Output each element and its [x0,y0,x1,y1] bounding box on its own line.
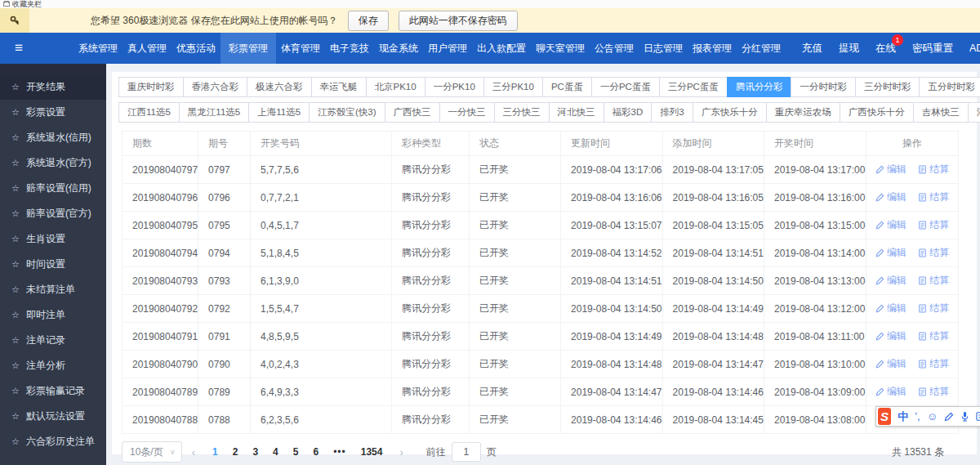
nav-item-7[interactable]: 现金系统 [374,33,423,64]
edit-button[interactable]: 编辑 [875,218,906,232]
nav-item-14[interactable]: 分红管理 [737,33,786,64]
edit-button[interactable]: 编辑 [875,302,906,315]
settle-button[interactable]: 结算 [918,385,949,399]
sidebar-item-8[interactable]: ☆时间设置 [0,252,106,277]
nav-item-1[interactable]: 系统管理 [74,33,122,64]
tab-江西11选5[interactable]: 江西11选5 [118,102,180,123]
page-button-last[interactable]: 1354 [361,446,383,458]
sidebar-item-4[interactable]: ☆系统退水(官方) [0,150,106,176]
never-save-button[interactable]: 此网站一律不保存密码 [399,11,518,31]
nav-item-8[interactable]: 用户管理 [423,33,472,64]
tab-福彩3D[interactable]: 福彩3D [604,102,653,123]
sidebar-item-14[interactable]: ☆默认玩法设置 [0,404,106,429]
settle-button[interactable]: 结算 [918,329,949,343]
sogou-logo-icon[interactable]: S [878,408,891,425]
sidebar-item-3[interactable]: ☆系统退水(信用) [0,125,106,150]
tab-腾讯分分彩[interactable]: 腾讯分分彩 [727,77,792,97]
emoji-icon[interactable]: ☺ [927,410,938,423]
tab-极速六合彩[interactable]: 极速六合彩 [247,77,312,97]
page-button-6[interactable]: 6 [313,446,318,458]
tab-三分PK10[interactable]: 三分PK10 [483,77,543,97]
tab-幸运飞艇[interactable]: 幸运飞艇 [311,77,367,97]
sidebar-item-7[interactable]: ☆生肖设置 [0,226,106,252]
tab-广东快乐十分[interactable]: 广东快乐十分 [693,102,767,123]
nav-item-5[interactable]: 体育管理 [276,33,325,64]
sidebar-item-2[interactable]: ☆彩票设置 [0,100,106,125]
hamburger-icon[interactable]: ≡ [15,33,23,64]
nav-item-2[interactable]: 真人管理 [122,33,172,64]
tab-PC蛋蛋[interactable]: PC蛋蛋 [542,77,592,97]
sidebar-item-12[interactable]: ☆注单分析 [0,353,106,378]
nav-item-4[interactable]: 彩票管理 [220,33,276,64]
settle-button[interactable]: 结算 [918,246,949,260]
edit-button[interactable]: 编辑 [875,163,906,177]
nav-item-13[interactable]: 报表管理 [688,33,737,64]
sidebar-item-15[interactable]: ☆六合彩历史注单 [0,429,106,454]
edit-button[interactable]: 编辑 [875,385,906,399]
page-button-4[interactable]: 4 [273,446,278,458]
edit-button[interactable]: 编辑 [875,274,906,288]
tab-三分时时彩[interactable]: 三分时时彩 [855,77,920,97]
edit-button[interactable]: 编辑 [875,246,906,260]
punctuation-icon[interactable]: ’, [915,410,920,423]
tab-河北快三[interactable]: 河北快三 [549,102,604,123]
sidebar-item-13[interactable]: ☆彩票输赢记录 [0,378,106,404]
sidebar-item-6[interactable]: ☆赔率设置(官方) [0,201,106,226]
page-button-5[interactable]: 5 [293,446,299,458]
page-button-3[interactable]: 3 [252,446,258,458]
settle-button[interactable]: 结算 [918,218,949,232]
tab-广西快三[interactable]: 广西快三 [385,102,440,123]
sidebar-item-5[interactable]: ☆赔率设置(信用) [0,176,106,201]
online-link[interactable]: 在线 1 [875,42,896,56]
tab-一分快三[interactable]: 一分快三 [439,102,495,123]
nav-item-9[interactable]: 出入款配置 [472,33,531,64]
nav-item-3[interactable]: 优惠活动 [172,33,220,64]
tab-上海11选5[interactable]: 上海11选5 [248,102,310,123]
settle-button[interactable]: 结算 [918,163,949,177]
edit-button[interactable]: 编辑 [875,329,906,343]
next-page-button[interactable]: › [399,446,403,458]
per-page-select[interactable]: 10条/页 ∨ [122,441,182,463]
page-ellipsis[interactable]: ••• [333,446,346,458]
settle-button[interactable]: 结算 [918,190,949,204]
tab-排列3[interactable]: 排列3 [651,102,693,123]
admin-menu[interactable]: ADMIN∨ [969,42,980,54]
tab-北京PK10[interactable]: 北京PK10 [366,77,425,97]
sidebar-item-10[interactable]: ☆即时注单 [0,302,106,328]
tab-江苏骰宝(快3)[interactable]: 江苏骰宝(快3) [309,102,385,123]
page-button-1[interactable]: 1 [212,446,218,458]
password-reset-link[interactable]: 密码重置 [912,42,953,56]
nav-item-11[interactable]: 公告管理 [590,33,639,64]
withdraw-link[interactable]: 提现 [839,42,859,56]
nav-item-6[interactable]: 电子竞技 [325,33,374,64]
tab-三分快三[interactable]: 三分快三 [494,102,550,123]
save-password-button[interactable]: 保存 [348,11,389,31]
chinese-mode-icon[interactable]: 中 [898,409,908,424]
tab-一分PC蛋蛋[interactable]: 一分PC蛋蛋 [591,77,660,97]
tab-一分PK10[interactable]: 一分PK10 [425,77,484,97]
edit-button[interactable]: 编辑 [875,357,906,371]
settle-button[interactable]: 结算 [918,274,949,288]
tab-重庆时时彩[interactable]: 重庆时时彩 [118,77,184,97]
tab-三分PC蛋蛋[interactable]: 三分PC蛋蛋 [659,77,728,97]
tab-广西快乐十分[interactable]: 广西快乐十分 [840,102,914,123]
handwriting-icon[interactable] [944,412,954,422]
settle-button[interactable]: 结算 [918,357,949,371]
voice-icon[interactable] [960,411,969,422]
tab-吉林快三[interactable]: 吉林快三 [913,102,969,123]
prev-page-button[interactable]: ‹ [192,446,195,458]
keyboard-icon[interactable] [976,412,980,421]
edit-button[interactable]: 编辑 [875,190,906,204]
goto-page-input[interactable] [452,442,481,462]
page-button-2[interactable]: 2 [233,446,238,458]
settle-button[interactable]: 结算 [918,302,949,315]
tab-香港六合彩[interactable]: 香港六合彩 [183,77,248,97]
sidebar-item-11[interactable]: ☆注单记录 [0,328,106,353]
sidebar-item-1[interactable]: ☆开奖结果 [0,74,106,100]
tab-湖北快三[interactable]: 湖北快三 [968,102,980,123]
sidebar-item-9[interactable]: ☆未结算注单 [0,277,106,302]
recharge-link[interactable]: 充值 [802,42,822,56]
tab-一分时时彩[interactable]: 一分时时彩 [791,77,856,97]
tab-黑龙江11选5[interactable]: 黑龙江11选5 [179,102,249,123]
tab-五分时时彩[interactable]: 五分时时彩 [919,77,980,97]
